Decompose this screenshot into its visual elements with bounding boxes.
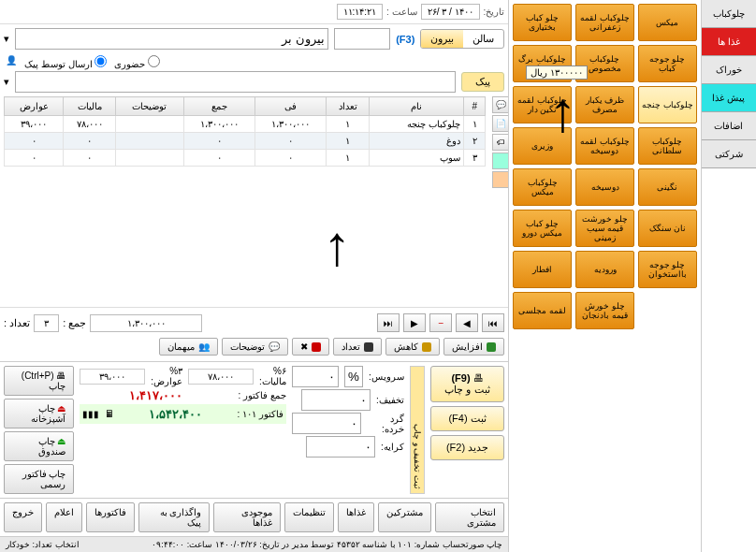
calc-icon[interactable]: 🖩	[105, 409, 114, 419]
barcode-icon[interactable]: ▮▮▮	[82, 409, 99, 419]
nav-prev-icon[interactable]: ◀	[456, 313, 478, 332]
tool-flag-icon[interactable]: 🏷	[492, 134, 508, 151]
product-item[interactable]: وزیری	[513, 127, 572, 165]
product-item[interactable]: ورودیه	[575, 251, 634, 288]
count-button[interactable]: تعداد	[333, 338, 382, 356]
product-item[interactable]: چلوکباب لقمه نگین دار	[513, 86, 572, 123]
save-button[interactable]: ثبت (F4)	[430, 406, 505, 431]
category-چلوکباب[interactable]: چلوکباب	[702, 0, 756, 28]
round-input[interactable]	[292, 413, 361, 434]
sum-label: جمع :	[63, 317, 86, 329]
dropdown-icon[interactable]: ▾	[4, 33, 9, 45]
print-cashbox-button[interactable]: ⏏ چاپ صندوق	[4, 431, 74, 461]
footer-انتخاب مشتری[interactable]: انتخاب مشتری	[435, 502, 505, 532]
tool-note-icon[interactable]: 📄	[492, 115, 508, 132]
product-item[interactable]: چلو کباب بختیاری	[513, 4, 572, 41]
product-item[interactable]: چلوکباب لقمه دوسیخه	[575, 127, 634, 165]
service-pct-input[interactable]	[344, 366, 363, 387]
category-اضافات[interactable]: اضافات	[702, 112, 756, 140]
new-button[interactable]: جدید (F2)	[430, 435, 505, 460]
print-official-button[interactable]: چاپ فاکتور رسمی	[4, 464, 74, 494]
print-kitchen-button[interactable]: ⏏ چاپ آشپزخانه	[4, 399, 74, 429]
print-button[interactable]: 🖶 (Ctrl+P) چاپ	[4, 366, 74, 396]
tool-color2-icon[interactable]	[492, 171, 508, 188]
footer-فاکتورها[interactable]: فاکتورها	[86, 502, 135, 532]
nav-first-icon[interactable]: ⏮	[482, 313, 504, 332]
table-row[interactable]: ۲دوغ۱۰۰۰۰	[5, 133, 486, 150]
nav-del-icon[interactable]: −	[429, 313, 452, 332]
paik-input[interactable]	[15, 71, 456, 93]
footer-مشترکین[interactable]: مشترکین	[378, 502, 431, 532]
product-item[interactable]: چلو جوجه بااستخوان	[638, 251, 697, 288]
customer-input[interactable]	[15, 28, 328, 50]
product-item[interactable]: لقمه مجلسی	[513, 292, 572, 329]
nav-next-icon[interactable]: ▶	[403, 313, 426, 332]
cell-notes	[115, 150, 183, 167]
tool-color1-icon[interactable]	[492, 153, 508, 169]
category-خوراک[interactable]: خوراک	[702, 56, 756, 84]
notes-button[interactable]: 💬 توضیحات	[222, 338, 288, 356]
footer-واگذاری به پیک[interactable]: واگذاری به پیک	[138, 502, 210, 532]
summary-panel: 🖶 (F9)ثبت و چاپ ثبت (F4) جدید (F2) ثبت ت…	[0, 361, 508, 498]
cell-sum: ۰	[183, 133, 254, 150]
product-item[interactable]: افطار	[513, 251, 572, 288]
footer-تنظیمات[interactable]: تنظیمات	[284, 502, 334, 532]
product-item[interactable]: چلوکباب میکس	[513, 168, 572, 206]
col-header[interactable]: عوارض	[5, 97, 64, 116]
product-item[interactable]: نگینی	[638, 168, 697, 206]
table-row[interactable]: ۳سوپ۱۰۰۰۰	[5, 150, 486, 167]
freight-input[interactable]	[306, 436, 375, 458]
footer-غذاها[interactable]: غذاها	[338, 502, 374, 532]
product-item[interactable]: چلوکباب سلطانی	[638, 127, 697, 165]
cell-name: دوغ	[370, 133, 464, 150]
mode-biron[interactable]: بیرون	[421, 30, 463, 48]
col-header[interactable]: جمع	[183, 97, 254, 116]
product-item[interactable]: دوسیخه	[575, 168, 634, 206]
cell-name: چلوکباب چنجه	[370, 116, 464, 133]
nav-last-icon[interactable]: ⏭	[377, 313, 400, 332]
discount-input[interactable]	[301, 389, 371, 411]
footer-موجودی غذاها[interactable]: موجودی غذاها	[213, 502, 280, 532]
category-شرکتی[interactable]: شرکتی	[702, 140, 756, 168]
date-value: ۱۴۰۰ / ۳ /۲۶	[421, 4, 480, 20]
discount-print-button[interactable]: ثبت تخفیف و چاپ	[410, 366, 425, 494]
product-item[interactable]: چلو خورشت قیمه سیب زمینی	[575, 210, 634, 247]
date-label: تاریخ:	[484, 7, 505, 17]
category-پیش غذا[interactable]: پیش غذا	[702, 84, 756, 112]
footer-خروج[interactable]: خروج	[4, 502, 42, 532]
mode-salon[interactable]: سالن	[463, 30, 503, 48]
table-row[interactable]: ۱چلوکباب چنجه۱۱،۳۰۰،۰۰۰۱،۳۰۰،۰۰۰۷۸،۰۰۰۳۹…	[5, 116, 486, 133]
product-item[interactable]: چلوکباب لقمه زعفرانی	[575, 4, 634, 41]
f3-hint: (F3)	[396, 34, 414, 45]
col-header[interactable]: نام	[370, 97, 464, 116]
cell-notes	[115, 116, 183, 133]
radio-paik[interactable]: ارسال توسط پیک	[24, 55, 107, 69]
product-item[interactable]: میکس	[638, 4, 697, 41]
product-item[interactable]: ظرف یکبار مصرف	[575, 86, 634, 123]
col-header[interactable]: مالیات	[64, 97, 116, 116]
col-header[interactable]: #	[464, 97, 486, 116]
save-print-button[interactable]: 🖶 (F9)ثبت و چاپ	[430, 366, 505, 402]
product-item[interactable]: چلو جوجه کباب	[638, 45, 697, 82]
fee-inputs: سرویس: تخفیف: گرد خرده: کرایه:	[292, 366, 404, 494]
print-col: 🖶 (Ctrl+P) چاپ ⏏ چاپ آشپزخانه ⏏ چاپ صندو…	[4, 366, 74, 494]
guest-button[interactable]: 👥 میهمان	[159, 338, 218, 356]
col-header[interactable]: فی	[255, 97, 327, 116]
inc-button[interactable]: افزایش	[443, 338, 504, 356]
category-غذا ها[interactable]: غذا ها	[702, 28, 756, 56]
code-input[interactable]	[334, 28, 390, 50]
product-item[interactable]: نان سنگک	[638, 210, 697, 247]
col-header[interactable]: توضیحات	[115, 97, 183, 116]
footer-اعلام[interactable]: اعلام	[46, 502, 82, 532]
delete-button[interactable]: ✖	[292, 338, 329, 356]
product-item[interactable]: چلو کباب میکس دورو	[513, 210, 572, 247]
product-item[interactable]: چلوکباب چنجه	[638, 86, 697, 123]
tool-chat-icon[interactable]: 💬	[492, 96, 508, 113]
dropdown-icon[interactable]: ▾	[4, 76, 9, 88]
radio-hozuri[interactable]: حضوری	[114, 55, 160, 69]
service-input[interactable]	[292, 366, 339, 387]
product-item[interactable]: چلو خورش قیمه بادنجان	[575, 292, 634, 329]
dec-button[interactable]: کاهش	[385, 338, 440, 356]
col-header[interactable]: تعداد	[327, 97, 370, 116]
cell-name: سوپ	[370, 150, 464, 167]
